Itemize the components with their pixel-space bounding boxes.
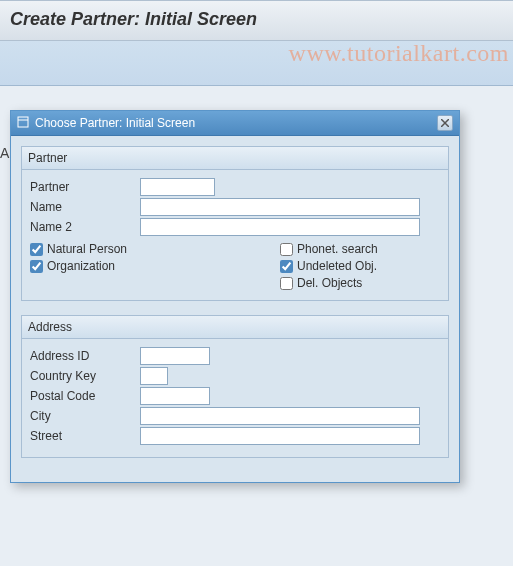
close-icon [441,118,449,129]
natural-person-label: Natural Person [47,242,127,256]
partner-groupbox: Partner Partner Name Name 2 [21,146,449,301]
close-button[interactable] [437,115,453,131]
svg-rect-0 [18,117,28,127]
page-title-bar: Create Partner: Initial Screen [0,0,513,41]
phonet-search-checkbox[interactable] [280,243,293,256]
postal-code-input[interactable] [140,387,210,405]
postal-code-row: Postal Code [30,387,440,405]
undeleted-obj-label: Undeleted Obj. [297,259,377,273]
address-id-input[interactable] [140,347,210,365]
name-row: Name [30,198,440,216]
address-group-header: Address [22,316,448,339]
name2-row: Name 2 [30,218,440,236]
dialog-title-left: Choose Partner: Initial Screen [17,116,195,131]
natural-person-check[interactable]: Natural Person [30,242,280,256]
postal-code-label: Postal Code [30,389,140,403]
phonet-search-check[interactable]: Phonet. search [280,242,378,256]
del-objects-label: Del. Objects [297,276,362,290]
organization-check[interactable]: Organization [30,259,280,273]
name-label: Name [30,200,140,214]
city-row: City [30,407,440,425]
page-title: Create Partner: Initial Screen [10,9,257,29]
name2-input[interactable] [140,218,420,236]
dialog-body: Partner Partner Name Name 2 [11,136,459,482]
organization-checkbox[interactable] [30,260,43,273]
partner-label: Partner [30,180,140,194]
partner-group-body: Partner Name Name 2 Natural Person [22,170,448,300]
street-label: Street [30,429,140,443]
address-id-row: Address ID [30,347,440,365]
dialog-title-icon [17,116,29,131]
address-id-label: Address ID [30,349,140,363]
country-key-row: Country Key [30,367,440,385]
partner-check-row: Natural Person Organization Phonet. sear… [30,242,440,290]
organization-label: Organization [47,259,115,273]
choose-partner-dialog: Choose Partner: Initial Screen Partner P… [10,110,460,483]
address-group-body: Address ID Country Key Postal Code City … [22,339,448,457]
phonet-search-label: Phonet. search [297,242,378,256]
name-input[interactable] [140,198,420,216]
partner-check-col-right: Phonet. search Undeleted Obj. Del. Objec… [280,242,378,290]
natural-person-checkbox[interactable] [30,243,43,256]
dialog-titlebar: Choose Partner: Initial Screen [11,111,459,136]
city-input[interactable] [140,407,420,425]
partner-input[interactable] [140,178,215,196]
partner-group-header: Partner [22,147,448,170]
partner-check-col-left: Natural Person Organization [30,242,280,290]
street-input[interactable] [140,427,420,445]
country-key-label: Country Key [30,369,140,383]
page-header-spacer [0,41,513,86]
address-groupbox: Address Address ID Country Key Postal Co… [21,315,449,458]
name2-label: Name 2 [30,220,140,234]
undeleted-obj-check[interactable]: Undeleted Obj. [280,259,378,273]
del-objects-checkbox[interactable] [280,277,293,290]
background-label-fragment: A [0,145,9,161]
del-objects-check[interactable]: Del. Objects [280,276,378,290]
undeleted-obj-checkbox[interactable] [280,260,293,273]
country-key-input[interactable] [140,367,168,385]
city-label: City [30,409,140,423]
partner-row: Partner [30,178,440,196]
street-row: Street [30,427,440,445]
dialog-title-text: Choose Partner: Initial Screen [35,116,195,130]
